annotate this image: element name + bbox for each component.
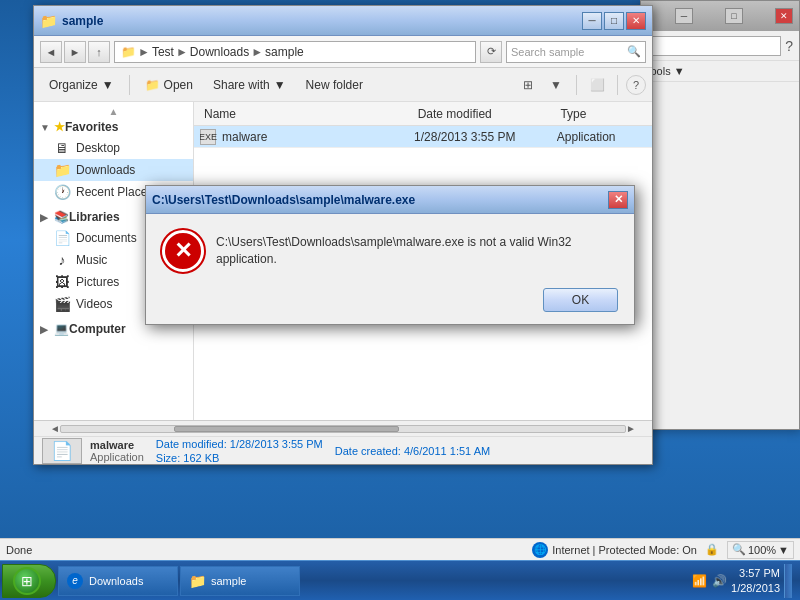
share-btn[interactable]: Share with ▼	[204, 72, 295, 98]
dialog-close-btn[interactable]: ✕	[608, 191, 628, 209]
downloads-folder-icon: 📁	[54, 162, 70, 178]
titlebar-buttons: ─ □ ✕	[582, 12, 646, 30]
scroll-up-indicator: ▲	[34, 106, 193, 117]
status-bar: 📄 malware Application Date modified: 1/2…	[34, 436, 652, 464]
scrollbar-right-btn[interactable]: ►	[626, 423, 636, 434]
explorer-window-title: sample	[62, 14, 582, 28]
bg-help-icon[interactable]: ?	[785, 38, 793, 54]
view-btn[interactable]: ⊞	[516, 73, 540, 97]
search-placeholder: Search sample	[511, 46, 584, 58]
ie-status-right: 🌐 Internet | Protected Mode: On 🔒 🔍 100%…	[532, 541, 794, 559]
ie-zoom-control[interactable]: 🔍 100% ▼	[727, 541, 794, 559]
date-created-label: Date created:	[335, 445, 401, 457]
open-btn[interactable]: 📁 Open	[136, 72, 202, 98]
search-box[interactable]: Search sample 🔍	[506, 41, 646, 63]
taskbar-ie-icon: e	[67, 573, 83, 589]
sep3: ►	[251, 45, 263, 59]
recent-places-label: Recent Places	[76, 185, 153, 199]
system-clock[interactable]: 3:57 PM 1/28/2013	[731, 566, 780, 595]
size-label: Size:	[156, 452, 180, 464]
desktop-icon: 🖥	[54, 140, 70, 156]
file-row-malware[interactable]: EXE malware 1/28/2013 3:55 PM Applicatio…	[194, 126, 652, 148]
scrollbar-thumb[interactable]	[174, 426, 400, 432]
error-icon: ✕	[162, 230, 204, 272]
documents-label: Documents	[76, 231, 137, 245]
documents-icon: 📄	[54, 230, 70, 246]
organize-label: Organize	[49, 78, 98, 92]
sidebar-item-downloads[interactable]: 📁 Downloads	[34, 159, 193, 181]
videos-label: Videos	[76, 297, 112, 311]
file-name: malware	[222, 130, 267, 144]
favorites-header[interactable]: ▼ ★ Favorites	[34, 117, 193, 137]
help-btn[interactable]: ?	[626, 75, 646, 95]
path-downloads[interactable]: Downloads	[190, 45, 249, 59]
ie-status-done: Done	[6, 544, 524, 556]
dialog-message: C:\Users\Test\Downloads\sample\malware.e…	[216, 234, 618, 268]
col-header-date[interactable]: Date modified	[414, 107, 557, 121]
status-file-name: malware	[90, 439, 144, 451]
bg-titlebar: ─ □ ✕	[641, 1, 799, 31]
tray-volume-icon[interactable]: 🔊	[711, 573, 727, 589]
new-folder-btn[interactable]: New folder	[297, 72, 372, 98]
up-btn[interactable]: ↑	[88, 41, 110, 63]
clock-date: 1/28/2013	[731, 581, 780, 595]
ie-protected-mode-text: Internet | Protected Mode: On	[552, 544, 697, 556]
preview-btn[interactable]: ⬜	[585, 73, 609, 97]
taskbar-task-ie[interactable]: e Downloads	[58, 566, 178, 596]
open-icon: 📁	[145, 78, 160, 92]
col-header-type[interactable]: Type	[556, 107, 646, 121]
address-bar: ◄ ► ↑ 📁 ► Test ► Downloads ► sample ⟳ Se…	[34, 36, 652, 68]
file-name-cell: EXE malware	[200, 129, 414, 145]
refresh-btn[interactable]: ⟳	[480, 41, 502, 63]
toolbar-sep1	[129, 75, 130, 95]
computer-icon: 💻	[54, 322, 69, 336]
restore-btn[interactable]: □	[604, 12, 624, 30]
view-arrow-btn[interactable]: ▼	[544, 73, 568, 97]
sep2: ►	[176, 45, 188, 59]
ie-zoom-icon: 🔍	[732, 543, 746, 556]
bg-restore-btn[interactable]: □	[725, 8, 743, 24]
organize-btn[interactable]: Organize ▼	[40, 72, 123, 98]
dialog-title: C:\Users\Test\Downloads\sample\malware.e…	[152, 193, 608, 207]
scrollbar-left-btn[interactable]: ◄	[50, 423, 60, 434]
share-label: Share with	[213, 78, 270, 92]
path-sample[interactable]: sample	[265, 45, 304, 59]
show-desktop-btn[interactable]	[784, 564, 792, 598]
sidebar-item-desktop[interactable]: 🖥 Desktop	[34, 137, 193, 159]
libraries-arrow: ▶	[40, 212, 50, 223]
dialog-ok-btn[interactable]: OK	[543, 288, 618, 312]
explorer-titlebar: 📁 sample ─ □ ✕	[34, 6, 652, 36]
music-label: Music	[76, 253, 107, 267]
ie-zoom-value: 100%	[748, 544, 776, 556]
bg-close-btn[interactable]: ✕	[775, 8, 793, 24]
address-path[interactable]: 📁 ► Test ► Downloads ► sample	[114, 41, 476, 63]
desktop: ─ □ ✕ ? Tools ▼ 📁 sample ─ □ ✕ ◄ ►	[0, 0, 800, 540]
tray-network-icon[interactable]: 📶	[691, 573, 707, 589]
path-root[interactable]: 📁	[121, 45, 136, 59]
path-test[interactable]: Test	[152, 45, 174, 59]
horizontal-scrollbar[interactable]: ◄ ►	[34, 420, 652, 436]
forward-btn[interactable]: ►	[64, 41, 86, 63]
date-modified-label: Date modified:	[156, 438, 227, 450]
bg-search-box[interactable]	[647, 36, 781, 56]
dialog-titlebar: C:\Users\Test\Downloads\sample\malware.e…	[146, 186, 634, 214]
back-btn[interactable]: ◄	[40, 41, 62, 63]
status-thumbnail-icon: 📄	[51, 440, 73, 462]
favorites-label: Favorites	[65, 120, 118, 134]
close-btn[interactable]: ✕	[626, 12, 646, 30]
status-date-modified: Date modified: 1/28/2013 3:55 PM	[156, 438, 323, 450]
size-value: 162 KB	[183, 452, 219, 464]
bg-minimize-btn[interactable]: ─	[675, 8, 693, 24]
start-orb: ⊞	[13, 567, 41, 595]
taskbar-task-explorer[interactable]: 📁 sample	[180, 566, 300, 596]
recent-places-icon: 🕐	[54, 184, 70, 200]
organize-arrow-icon: ▼	[102, 78, 114, 92]
ie-protected-mode: 🌐 Internet | Protected Mode: On	[532, 542, 697, 558]
start-button[interactable]: ⊞	[2, 564, 56, 598]
dialog-footer: OK	[146, 280, 634, 324]
minimize-btn[interactable]: ─	[582, 12, 602, 30]
scrollbar-track[interactable]	[60, 425, 626, 433]
col-header-name[interactable]: Name	[200, 107, 414, 121]
windows-logo-icon: ⊞	[21, 573, 33, 589]
status-info: malware Application Date modified: 1/28/…	[90, 438, 644, 464]
